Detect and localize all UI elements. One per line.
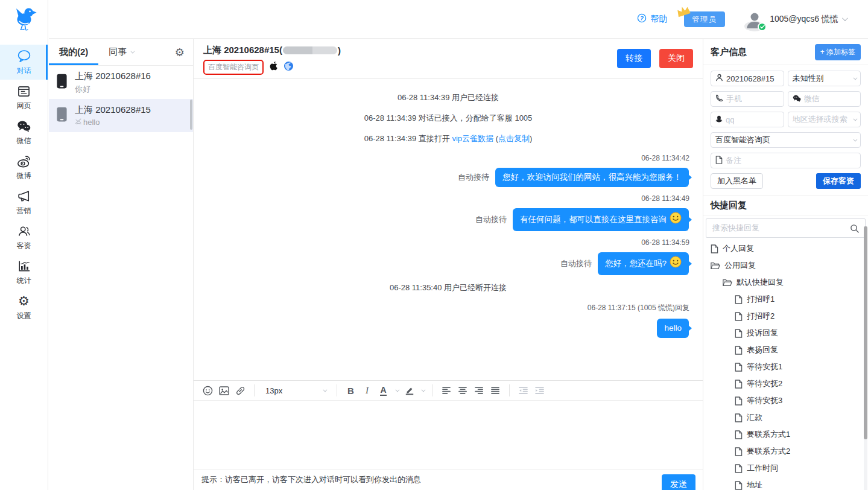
customer-panel: 客户信息 + 添加标签 20210628#15 未知性别 bbox=[703, 39, 868, 490]
quick-reply-item[interactable]: 个人回复 bbox=[703, 240, 868, 257]
file-icon bbox=[735, 413, 743, 422]
chevron-down-icon bbox=[853, 116, 857, 121]
bold-button[interactable]: B bbox=[343, 383, 359, 398]
chevron-down-icon bbox=[853, 137, 857, 141]
transfer-button[interactable]: 转接 bbox=[617, 49, 651, 68]
help-icon: ? bbox=[637, 13, 647, 25]
italic-button[interactable]: I bbox=[359, 383, 375, 398]
align-justify-button[interactable] bbox=[487, 383, 504, 398]
sidebar-item-customers[interactable]: 客资 bbox=[0, 220, 48, 255]
smiley-emoji bbox=[670, 212, 682, 228]
message-timestamp: 06-28 11:34:42 bbox=[200, 154, 697, 162]
system-message-link[interactable]: vip云雀数据 bbox=[452, 134, 493, 143]
panel-scrollbar-thumb[interactable] bbox=[864, 226, 867, 439]
align-left-button[interactable] bbox=[439, 383, 455, 398]
file-icon bbox=[735, 430, 743, 439]
quick-reply-item[interactable]: 打招呼2 bbox=[703, 308, 868, 325]
message-timestamp: 06-28 11:37:15 (1005 慌慌)回复 bbox=[200, 303, 697, 313]
user-menu[interactable]: 1005@yqcs6 慌慌 bbox=[744, 9, 846, 30]
quick-reply-item[interactable]: 投诉回复 bbox=[703, 325, 868, 342]
sidebar-item-settings[interactable]: ⚙设置 bbox=[0, 290, 48, 325]
quick-reply-item[interactable]: 默认快捷回复 bbox=[703, 274, 868, 291]
quick-reply-item[interactable]: 等待安抚2 bbox=[703, 375, 868, 392]
quick-reply-item[interactable]: 表扬回复 bbox=[703, 342, 868, 358]
person-icon bbox=[715, 74, 723, 83]
insert-link-button[interactable] bbox=[232, 383, 249, 398]
sidebar-item-stats[interactable]: 统计 bbox=[0, 255, 48, 290]
file-icon bbox=[735, 346, 743, 355]
toolbar-divider bbox=[509, 384, 510, 396]
system-message: 06-28 11:34:39 用户已经连接 bbox=[200, 92, 697, 103]
customer-name-field[interactable]: 20210628#15 bbox=[711, 71, 784, 86]
blacklist-button[interactable]: 加入黑名单 bbox=[711, 173, 763, 189]
phone-field[interactable]: 手机 bbox=[711, 91, 784, 107]
sidebar-item-marketing[interactable]: 营销 bbox=[0, 185, 48, 220]
bird-logo-icon bbox=[10, 5, 38, 34]
quick-reply-item[interactable]: 工作时间 bbox=[703, 460, 868, 477]
toolbar-divider bbox=[337, 384, 337, 396]
emoji-picker-button[interactable] bbox=[200, 383, 216, 398]
send-button[interactable]: 发送 bbox=[662, 474, 695, 490]
quick-reply-search[interactable]: 搜索快捷回复 bbox=[706, 218, 866, 238]
note-field[interactable]: 备注 bbox=[711, 153, 861, 168]
quick-reply-item[interactable]: 地址 bbox=[703, 477, 868, 490]
outdent-button[interactable] bbox=[515, 383, 531, 398]
agent-message-row: 自动接待您好，您还在吗? bbox=[200, 252, 697, 275]
people-icon bbox=[17, 223, 31, 239]
conversation-preview: 你好 bbox=[75, 84, 151, 95]
tab-colleagues[interactable]: 同事 bbox=[98, 39, 144, 65]
quick-reply-item[interactable]: 等待安抚3 bbox=[703, 392, 868, 409]
highlight-dropdown[interactable] bbox=[417, 389, 427, 392]
region-select[interactable]: 地区选择或搜索 bbox=[788, 112, 861, 127]
browser-globe-icon bbox=[284, 61, 294, 74]
message-input[interactable] bbox=[194, 401, 703, 469]
source-select[interactable]: 百度智能咨询页 bbox=[711, 132, 861, 148]
font-color-dropdown[interactable] bbox=[391, 389, 401, 392]
sidebar-item-wechat[interactable]: 微信 bbox=[0, 115, 48, 150]
quick-reply-item[interactable]: 公用回复 bbox=[703, 257, 868, 274]
gender-select[interactable]: 未知性别 bbox=[788, 71, 861, 86]
file-icon bbox=[735, 295, 743, 304]
message-bubble: 您好，您还在吗? bbox=[598, 252, 689, 275]
help-label: 帮助 bbox=[650, 14, 667, 25]
file-icon bbox=[735, 312, 743, 321]
font-color-button[interactable]: A bbox=[375, 383, 391, 398]
sidebar-item-web[interactable]: 网页 bbox=[0, 80, 48, 115]
add-tag-button[interactable]: + 添加标签 bbox=[815, 44, 861, 60]
insert-image-button[interactable] bbox=[216, 383, 232, 398]
qq-field[interactable]: qq bbox=[711, 112, 784, 127]
quick-reply-item[interactable]: 要联系方式1 bbox=[703, 426, 868, 443]
list-scrollbar[interactable] bbox=[190, 100, 192, 130]
redacted-text bbox=[283, 46, 337, 54]
conversation-item[interactable]: 上海 20210628#15hello bbox=[49, 99, 193, 132]
font-size-select[interactable]: 13px bbox=[260, 383, 331, 398]
indent-button[interactable] bbox=[531, 383, 548, 398]
quick-reply-item[interactable]: 打招呼1 bbox=[703, 291, 868, 308]
note-icon bbox=[715, 156, 723, 166]
quick-reply-item[interactable]: 要联系方式2 bbox=[703, 443, 868, 460]
system-message-link[interactable]: 点击复制 bbox=[498, 134, 530, 143]
agent-message-row: 自动接待有任何问题，都可以直接在这里直接咨询 bbox=[200, 208, 697, 231]
visitor-offline-tip: 提示：访客已离开，访客下次进入对话时可以看到你发出的消息 bbox=[201, 474, 421, 485]
sidebar-item-weibo[interactable]: 微博 bbox=[0, 150, 48, 185]
file-icon bbox=[735, 464, 743, 473]
align-right-button[interactable] bbox=[471, 383, 487, 398]
close-conversation-button[interactable]: 关闭 bbox=[659, 49, 693, 68]
tab-mine[interactable]: 我的(2) bbox=[49, 39, 98, 65]
list-settings-button[interactable]: ⚙ bbox=[175, 39, 193, 65]
save-customer-button[interactable]: 保存客资 bbox=[816, 173, 861, 189]
sidebar-item-chat[interactable]: 对话 bbox=[0, 45, 48, 80]
highlight-button[interactable] bbox=[401, 383, 417, 398]
align-center-button[interactable] bbox=[455, 383, 471, 398]
weibo-icon bbox=[17, 153, 31, 169]
auto-reply-label: 自动接待 bbox=[475, 214, 507, 225]
quick-reply-item[interactable]: 等待安抚1 bbox=[703, 358, 868, 375]
sidebar: 对话网页微信微博营销客资统计⚙设置 bbox=[0, 0, 48, 490]
wechat-field[interactable]: 微信 bbox=[788, 91, 861, 107]
message-area[interactable]: 06-28 11:34:39 用户已经连接06-28 11:34:39 对话已接… bbox=[194, 79, 703, 380]
conversation-item[interactable]: 上海 20210628#16你好 bbox=[49, 66, 193, 99]
file-icon bbox=[735, 329, 743, 338]
quick-reply-item[interactable]: 汇款 bbox=[703, 409, 868, 426]
help-button[interactable]: ? 帮助 bbox=[637, 13, 667, 25]
conversation-items: 上海 20210628#16你好上海 20210628#15hello bbox=[49, 66, 193, 132]
